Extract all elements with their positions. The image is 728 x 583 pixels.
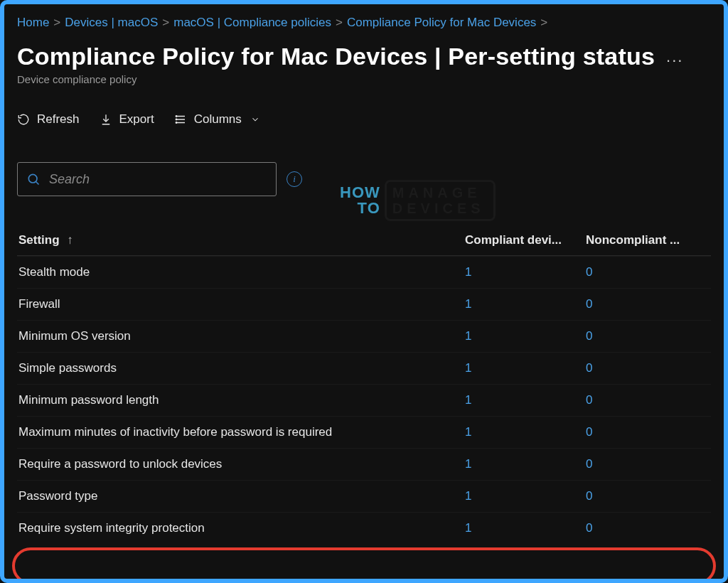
info-icon[interactable]: i <box>287 171 302 187</box>
sort-ascending-icon: ↑ <box>67 233 73 247</box>
setting-name: Minimum OS version <box>18 329 465 343</box>
compliant-count[interactable]: 1 <box>465 265 586 279</box>
svg-point-4 <box>176 119 177 120</box>
refresh-icon <box>17 113 30 126</box>
table-row[interactable]: Password type10 <box>17 480 711 512</box>
chevron-right-icon: > <box>53 13 60 33</box>
command-bar: Refresh Export Columns <box>17 112 711 127</box>
refresh-label: Refresh <box>37 112 80 127</box>
breadcrumb-policy[interactable]: Compliance Policy for Mac Devices <box>347 13 536 33</box>
noncompliant-count[interactable]: 0 <box>586 425 707 439</box>
setting-name: Password type <box>18 489 465 503</box>
column-header-setting[interactable]: Setting ↑ <box>18 233 465 247</box>
column-header-compliant[interactable]: Compliant devi... <box>465 233 586 247</box>
page-subtitle: Device compliance policy <box>17 73 711 85</box>
export-button[interactable]: Export <box>100 112 154 127</box>
noncompliant-count[interactable]: 0 <box>586 521 707 535</box>
setting-name: Simple passwords <box>18 361 465 375</box>
setting-name: Maximum minutes of inactivity before pas… <box>18 425 465 439</box>
breadcrumb-compliance-policies[interactable]: macOS | Compliance policies <box>173 13 331 33</box>
noncompliant-count[interactable]: 0 <box>586 361 707 375</box>
setting-name: Minimum password length <box>18 393 465 407</box>
table-row[interactable]: Require a password to unlock devices10 <box>17 448 711 480</box>
chevron-right-icon: > <box>540 13 547 33</box>
setting-name: Require system integrity protection <box>18 521 465 535</box>
compliant-count[interactable]: 1 <box>465 361 586 375</box>
svg-line-7 <box>36 182 39 185</box>
setting-name: Require a password to unlock devices <box>18 457 465 471</box>
noncompliant-count[interactable]: 0 <box>586 393 707 407</box>
search-icon <box>26 172 41 186</box>
refresh-button[interactable]: Refresh <box>17 112 80 127</box>
chevron-right-icon: > <box>336 13 343 33</box>
annotation-highlight <box>12 547 716 583</box>
compliant-count[interactable]: 1 <box>465 393 586 407</box>
breadcrumb-devices-macos[interactable]: Devices | macOS <box>65 13 158 33</box>
table-row[interactable]: Maximum minutes of inactivity before pas… <box>17 416 711 448</box>
columns-label: Columns <box>194 112 242 127</box>
svg-point-5 <box>176 122 177 124</box>
noncompliant-count[interactable]: 0 <box>586 329 707 343</box>
compliant-count[interactable]: 1 <box>465 425 586 439</box>
chevron-right-icon: > <box>162 13 169 33</box>
column-header-noncompliant[interactable]: Noncompliant ... <box>586 233 707 247</box>
breadcrumb: Home > Devices | macOS > macOS | Complia… <box>17 11 711 33</box>
setting-name: Firewall <box>18 297 465 311</box>
compliant-count[interactable]: 1 <box>465 521 586 535</box>
compliant-count[interactable]: 1 <box>465 457 586 471</box>
compliant-count[interactable]: 1 <box>465 297 586 311</box>
column-header-setting-label: Setting <box>18 233 60 247</box>
settings-table: Setting ↑ Compliant devi... Noncompliant… <box>17 225 711 544</box>
search-input[interactable] <box>41 172 267 187</box>
noncompliant-count[interactable]: 0 <box>586 457 707 471</box>
setting-name: Stealth mode <box>18 265 465 279</box>
export-label: Export <box>119 112 154 127</box>
table-row[interactable]: Minimum password length10 <box>17 384 711 416</box>
compliant-count[interactable]: 1 <box>465 329 586 343</box>
compliant-count[interactable]: 1 <box>465 489 586 503</box>
svg-point-6 <box>28 174 37 183</box>
noncompliant-count[interactable]: 0 <box>586 297 707 311</box>
chevron-down-icon <box>249 114 262 124</box>
search-box[interactable] <box>17 162 277 196</box>
download-icon <box>100 113 112 126</box>
breadcrumb-home[interactable]: Home <box>17 13 49 33</box>
svg-point-3 <box>176 116 177 117</box>
more-actions-button[interactable]: ... <box>666 48 683 66</box>
table-row[interactable]: Require system integrity protection10 <box>17 512 711 544</box>
noncompliant-count[interactable]: 0 <box>586 489 707 503</box>
table-header-row: Setting ↑ Compliant devi... Noncompliant… <box>17 225 711 256</box>
table-row[interactable]: Minimum OS version10 <box>17 320 711 352</box>
table-row[interactable]: Simple passwords10 <box>17 352 711 384</box>
table-row[interactable]: Firewall10 <box>17 288 711 320</box>
noncompliant-count[interactable]: 0 <box>586 265 707 279</box>
table-row[interactable]: Stealth mode10 <box>17 256 711 288</box>
columns-button[interactable]: Columns <box>174 112 262 127</box>
page-title: Compliance Policy for Mac Devices | Per-… <box>17 43 655 70</box>
columns-icon <box>174 113 187 126</box>
